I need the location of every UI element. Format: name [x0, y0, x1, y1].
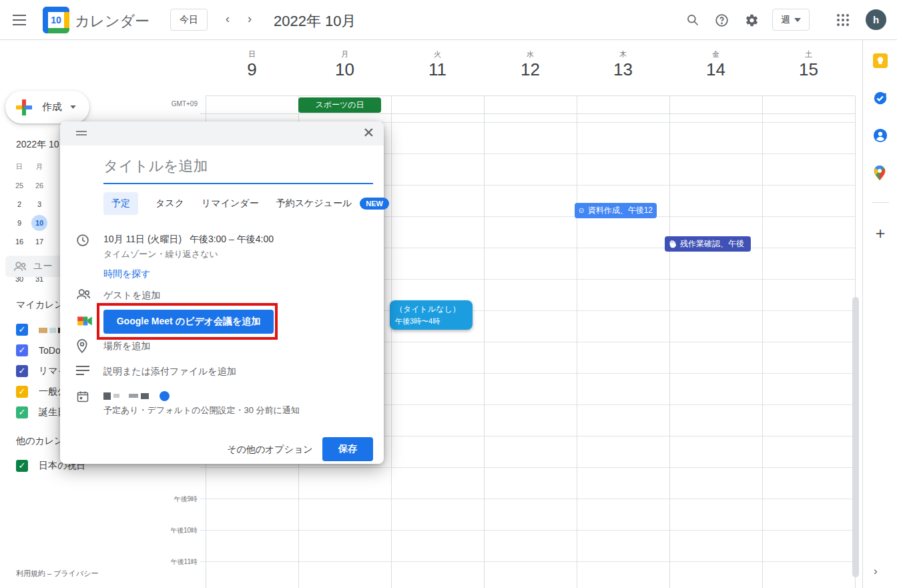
day-header[interactable]: 木13 — [577, 49, 669, 80]
calendar-icon — [76, 390, 91, 404]
location-pin-icon — [76, 339, 91, 354]
clock-icon — [76, 234, 91, 248]
day-header[interactable]: 火11 — [391, 49, 484, 80]
tab-reminder[interactable]: リマインダー — [202, 198, 259, 210]
day-header[interactable]: 日9 — [206, 49, 298, 80]
description-icon — [76, 366, 91, 380]
page-title[interactable]: 2022年 10月 — [274, 11, 356, 31]
checkbox[interactable]: ✓ — [16, 324, 28, 336]
column-line — [484, 96, 485, 588]
day-header[interactable]: 月10 — [298, 49, 391, 80]
column-line — [577, 96, 577, 588]
minical-date[interactable]: 26 — [29, 176, 49, 195]
event-label: 資料作成、午後12 — [588, 205, 653, 216]
multicolor-plus-icon — [14, 97, 34, 117]
side-panel: ＋ › — [862, 40, 897, 588]
day-header[interactable]: 金14 — [669, 49, 762, 80]
more-options-button[interactable]: その他のオプション — [227, 444, 313, 456]
tab-event[interactable]: 予定 — [103, 192, 138, 215]
chevron-down-icon — [794, 18, 801, 22]
today-button[interactable]: 今日 — [170, 9, 208, 31]
checkbox[interactable]: ✓ — [16, 386, 28, 398]
find-time-link[interactable]: 時間を探す — [103, 268, 151, 280]
gmt-label: GMT+09 — [168, 100, 198, 107]
calendar-account-redacted — [103, 390, 172, 401]
calendar-color-dot — [160, 391, 170, 401]
checkbox[interactable]: ✓ — [16, 460, 28, 472]
prev-week-icon[interactable]: ‹ — [226, 12, 230, 26]
tasks-icon[interactable] — [873, 91, 888, 105]
checkbox[interactable]: ✓ — [16, 406, 28, 418]
new-badge: NEW — [360, 198, 389, 210]
collapse-panel-chevron-icon[interactable]: › — [874, 565, 878, 578]
avatar[interactable]: h — [866, 9, 886, 30]
checkbox[interactable]: ✓ — [16, 344, 28, 356]
calendar-name: ToDo — [39, 345, 61, 356]
time-label: 午後10時 — [168, 526, 198, 535]
minical-date[interactable]: 16 — [9, 232, 29, 251]
close-icon[interactable]: ✕ — [362, 125, 374, 141]
recurrence-line: タイムゾーン・繰り返さない — [103, 248, 218, 260]
add-meet-button[interactable]: Google Meet のビデオ会議を追加 — [103, 310, 274, 334]
view-selector[interactable]: 週 — [772, 9, 810, 31]
people-icon — [13, 261, 27, 272]
event-datetime[interactable]: 10月 11日 (火曜日) 午後3:00 – 午後4:00 — [103, 234, 274, 246]
maps-icon[interactable] — [873, 166, 888, 180]
event-time: 午後3時〜4時 — [395, 316, 467, 326]
checkbox[interactable]: ✓ — [16, 365, 28, 377]
day-header[interactable]: 水12 — [484, 49, 577, 80]
hamburger-menu-icon[interactable] — [11, 12, 28, 28]
apps-grid-icon[interactable] — [835, 12, 851, 28]
minical-date[interactable]: 17 — [29, 232, 49, 251]
add-location[interactable]: 場所を追加 — [103, 340, 150, 352]
minical-date[interactable]: 25 — [9, 176, 29, 195]
day-header[interactable]: 土15 — [762, 49, 855, 80]
add-addon-plus-icon[interactable]: ＋ — [873, 226, 888, 240]
add-guests[interactable]: ゲストを追加 — [103, 290, 160, 302]
my-calendars-heading[interactable]: マイカレン — [16, 299, 64, 311]
search-icon[interactable] — [685, 12, 701, 28]
grid-line — [206, 95, 855, 96]
event-reminder[interactable]: 残作業確認、午後 — [665, 236, 751, 252]
event-task[interactable]: 資料作成、午後12 — [575, 203, 657, 218]
google-meet-icon — [76, 314, 93, 328]
event-date: 10月 11日 (火曜日) — [103, 234, 182, 244]
other-calendars-heading[interactable]: 他のカレン — [16, 435, 63, 447]
minical-dayheader: 月 — [29, 158, 49, 176]
contacts-icon[interactable] — [873, 128, 888, 143]
chevron-down-icon — [70, 105, 76, 109]
event-allday-sports-day[interactable]: スポーツの日 — [298, 97, 381, 113]
minical-date[interactable]: 2 — [9, 195, 29, 214]
next-week-icon[interactable]: › — [248, 12, 252, 26]
event-title-input[interactable]: タイトルを追加 — [103, 156, 373, 184]
grid-scrollbar[interactable] — [852, 297, 859, 577]
tab-task[interactable]: タスク — [156, 198, 184, 210]
settings-gear-icon[interactable] — [743, 12, 760, 28]
minical-date[interactable]: 3 — [29, 195, 49, 214]
column-line — [391, 96, 392, 588]
minical-date[interactable]: 9 — [9, 214, 29, 232]
app-title: カレンダー — [75, 11, 150, 31]
event-title: （タイトルなし） — [395, 304, 467, 315]
save-button[interactable]: 保存 — [322, 437, 373, 461]
tab-schedule[interactable]: 予約スケジュール — [276, 198, 352, 210]
event-label: スポーツの日 — [315, 99, 364, 111]
add-description[interactable]: 説明または添付ファイルを追加 — [103, 366, 236, 378]
event-create-dialog: ✕ タイトルを追加 予定 タスク リマインダー 予約スケジュール NEW 10月… — [60, 121, 384, 464]
column-line — [669, 96, 670, 588]
task-check-icon — [579, 206, 585, 215]
minical-dayheader: 日 — [9, 158, 29, 176]
help-icon[interactable] — [713, 12, 729, 28]
keep-icon[interactable] — [873, 53, 888, 68]
drag-handle-icon[interactable] — [76, 131, 87, 137]
create-button[interactable]: 作成 — [5, 91, 89, 123]
event-draft-untitled[interactable]: （タイトルなし） 午後3時〜4時 — [390, 300, 473, 330]
view-selector-label: 週 — [781, 14, 790, 26]
search-people-text: ユー — [33, 260, 52, 272]
panel-divider — [872, 202, 889, 203]
column-line — [762, 96, 763, 588]
event-label: 残作業確認、午後 — [680, 238, 744, 250]
event-time-range: 午後3:00 – 午後4:00 — [190, 234, 274, 244]
terms-privacy-links[interactable]: 利用規約 – プライバシー — [16, 569, 99, 579]
minical-date-selected[interactable]: 10 — [29, 214, 49, 232]
